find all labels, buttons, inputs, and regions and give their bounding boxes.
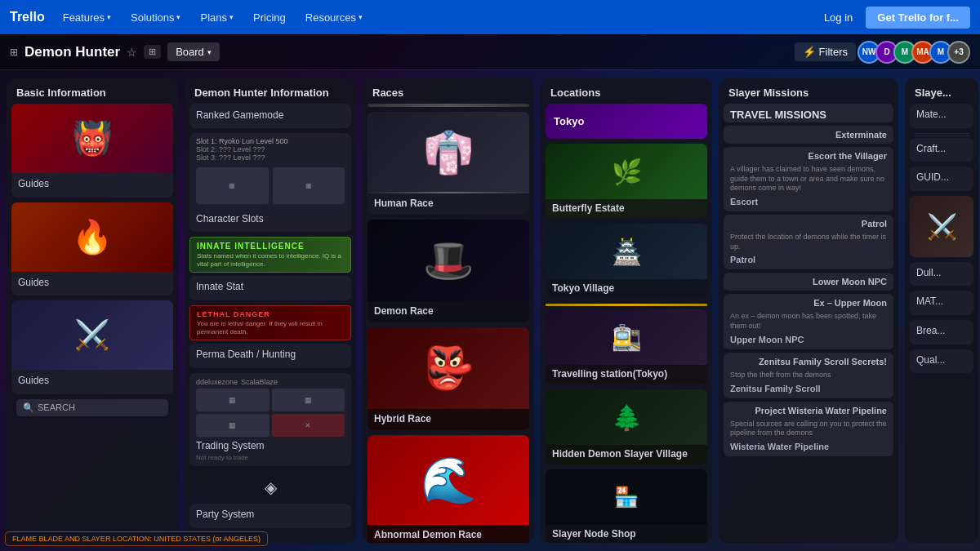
card-butterfly-estate[interactable]: 🌿 Butterfly Estate (546, 144, 707, 219)
trade-label: Trading System (196, 440, 345, 453)
escort-desc: A villager has claimed to have seen demo… (724, 165, 893, 195)
mission-patrol[interactable]: Patrol Protect the location of demons wh… (724, 215, 893, 269)
upper-moon-title: Ex – Upper Moon (724, 294, 893, 312)
card-innate-stat[interactable]: Innate Stat (189, 276, 351, 300)
visibility-toggle[interactable]: ⊞ (144, 45, 161, 59)
card-brea[interactable]: Brea... (910, 320, 973, 344)
shop-icon: 🏪 (614, 486, 639, 509)
column-slayer-partial: Slaye... Mate... Craft... GUID... ⚔️ Dul… (905, 78, 978, 543)
card-perma-warn[interactable]: LETHAL DANGER You are in lethal danger. … (189, 305, 351, 340)
wisteria-title: Project Wisteria Water Pipeline (724, 402, 893, 420)
card-innate[interactable]: INNATE INTELLIGENCE Stats named when it … (189, 237, 351, 273)
star-icon[interactable]: ☆ (127, 46, 137, 59)
cta-button[interactable]: Get Trello for f... (866, 7, 970, 29)
card-craft[interactable]: Craft... (910, 138, 973, 162)
nav-plans[interactable]: Plans ▾ (192, 7, 242, 29)
slot3-text: Slot 3: ??? Level ??? (196, 153, 345, 162)
card-party-system[interactable]: Party System (189, 504, 351, 528)
card-mate[interactable]: Mate... (910, 104, 973, 128)
hidden-village-label: Hidden Demon Slayer Village (546, 445, 707, 464)
column-locations: Locations Tokyo 🌿 Butterfly Estate 🏯 Tok… (541, 78, 712, 543)
column-basic-info: Basic Information 👹 Guides 🔥 Guides (7, 78, 178, 543)
card-char-slots[interactable]: Slot 1: Ryoko Lun Level 500 Slot 2: ??? … (189, 133, 351, 233)
card-human-race[interactable]: 👘 Human Race (368, 112, 529, 215)
card-guide-white[interactable]: ⚔️ Guides (11, 300, 173, 394)
zenitsu-desc: Stop the theft from the demons (724, 371, 893, 382)
column-demon-hunter: Demon Hunter Information Ranked Gamemode… (185, 78, 356, 543)
column-body-locations: Tokyo 🌿 Butterfly Estate 🏯 Tokyo Village (541, 104, 712, 543)
trello-logo: Trello (10, 10, 45, 24)
card-travelling-station[interactable]: 🚉 Travelling station(Tokyo) (546, 309, 707, 384)
card-hybrid-race[interactable]: 👺 Hybrid Race (368, 327, 529, 430)
nav-features[interactable]: Features ▾ (55, 7, 119, 29)
avatar-more[interactable]: +3 (947, 41, 970, 64)
trade-cell-2: ▦ (272, 389, 345, 411)
hybrid-race-label: Hybrid Race (368, 409, 529, 430)
slot1-text: Slot 1: Ryoko Lun Level 500 (196, 137, 345, 145)
mission-zenitsu[interactable]: Zenitsu Family Scroll Secrets! Stop the … (724, 353, 893, 398)
mission-upper-moon[interactable]: Ex – Upper Moon An ex – demon moon has b… (724, 294, 893, 349)
card-slayer-node-shop[interactable]: 🏪 Slayer Node Shop (546, 469, 707, 543)
trade-by1: ddeluxezone (196, 378, 238, 386)
races-top-bar (368, 104, 529, 107)
item-qual: Qual... (916, 354, 967, 367)
item-dull: Dull... (916, 267, 967, 280)
card-ranked[interactable]: Ranked Gamemode (189, 104, 351, 128)
item-brea: Brea... (916, 325, 967, 338)
exterminate-label: Exterminate (724, 126, 893, 144)
column-header-basic-info: Basic Information (7, 78, 178, 104)
bottom-hint: FLAME BLADE AND SLAYER LOCATION: UNITED … (7, 531, 178, 543)
card-qual[interactable]: Qual... (910, 349, 973, 374)
wisteria-desc: Special sources are calling on you to pr… (724, 420, 893, 440)
column-body-races: 👘 Human Race 🎩 Demon Race 👺 Hybrid Race (363, 104, 534, 543)
item-mate: Mate... (916, 109, 967, 122)
column-header-demon-hunter: Demon Hunter Information (185, 78, 356, 104)
zenitsu-sub: Zenitsu Family Scroll (724, 382, 893, 398)
upper-moon-desc: An ex – demon moon has been spotted, tak… (724, 312, 893, 332)
travel-missions-label: TRAVEL MISSIONS (724, 104, 893, 122)
card-demon-race[interactable]: 🎩 Demon Race (368, 220, 529, 322)
card-dull[interactable]: Dull... (910, 262, 973, 287)
card-label-guide1: Guides (18, 178, 167, 191)
patrol-sub: Patrol (724, 253, 893, 269)
item-mat: MAT... (916, 295, 967, 309)
slot2-text: Slot 2: ??? Level ??? (196, 145, 345, 153)
search-bar[interactable]: 🔍 SEARCH (16, 399, 168, 416)
item-craft: Craft... (916, 143, 967, 156)
nav-solutions[interactable]: Solutions ▾ (122, 7, 189, 29)
card-perma-death[interactable]: Perma Death / Hunting (189, 344, 351, 368)
filters-button[interactable]: ⚡ Filters (795, 42, 856, 61)
compass-icon: ◈ (189, 471, 351, 504)
card-label-guide2: Guides (18, 277, 167, 290)
escort-title: Escort the Villager (724, 147, 893, 165)
card-trading[interactable]: ddeluxezone ScalaBlaze ▦ ▦ ▦ ✕ Trading S… (189, 373, 351, 467)
trade-note: Not ready to trade (196, 454, 345, 461)
card-tokyo[interactable]: Tokyo (546, 104, 707, 139)
card-hidden-village[interactable]: 🌲 Hidden Demon Slayer Village (546, 389, 707, 464)
nav-pricing[interactable]: Pricing (245, 7, 294, 29)
wisteria-sub: Wisteria Water Pipeline (724, 440, 893, 456)
card-mat[interactable]: MAT... (910, 291, 973, 315)
card-tokyo-village[interactable]: 🏯 Tokyo Village (546, 224, 707, 299)
travelling-station-label: Travelling station(Tokyo) (546, 365, 707, 384)
board-icon: ⊞ (10, 47, 18, 58)
patrol-title: Patrol (724, 215, 893, 233)
nav-resources[interactable]: Resources ▾ (297, 7, 371, 29)
login-button[interactable]: Log in (814, 7, 862, 29)
board-view-selector[interactable]: Board ▾ (167, 42, 220, 61)
perma-text: You are in lethal danger. If they will r… (197, 320, 344, 335)
column-header-slayer-partial: Slaye... (905, 78, 978, 104)
column-header-locations: Locations (541, 78, 712, 104)
card-abnormal-race[interactable]: 🌊 Abnormal Demon Race (368, 435, 529, 543)
column-body-slayer-missions: TRAVEL MISSIONS Exterminate Escort the V… (719, 104, 898, 543)
card-guide-demon[interactable]: 👹 Guides (11, 104, 173, 198)
mission-escort[interactable]: Escort the Villager A villager has claim… (724, 147, 893, 211)
card-guid[interactable]: GUID... (910, 167, 973, 191)
perma-title: LETHAL DANGER (197, 310, 344, 318)
mission-lower-moon[interactable]: Lower Moon NPC (724, 273, 893, 291)
card-dull-img[interactable]: ⚔️ (910, 196, 973, 257)
mission-exterminate[interactable]: Exterminate (724, 126, 893, 144)
party-label: Party System (196, 509, 345, 522)
card-guide-fire[interactable]: 🔥 Guides (11, 202, 173, 296)
mission-wisteria[interactable]: Project Wisteria Water Pipeline Special … (724, 402, 893, 456)
